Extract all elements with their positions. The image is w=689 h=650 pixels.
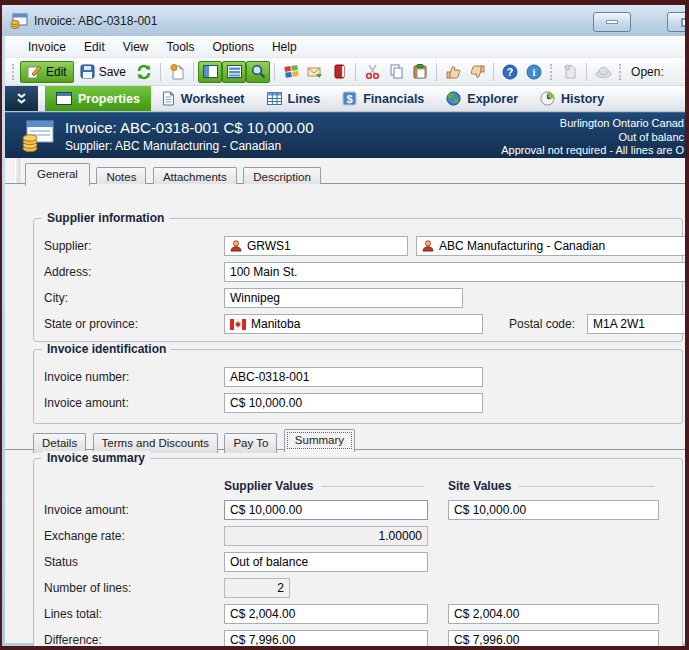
tab-properties[interactable]: Properties [45, 86, 151, 111]
reject-button[interactable] [465, 61, 489, 83]
menu-edit[interactable]: Edit [75, 37, 114, 57]
minimize-icon [606, 20, 618, 24]
cloud-icon [595, 66, 612, 78]
banner-location: Burlington Ontario Canad [560, 117, 684, 129]
tab-pay-to[interactable]: Pay To [224, 433, 277, 453]
paste-button[interactable] [408, 61, 432, 83]
journal-button[interactable] [327, 61, 351, 83]
supplier-name-value: ABC Manufacturing - Canadian [439, 239, 605, 253]
invoice-number-field[interactable]: ABC-0318-001 [224, 367, 483, 387]
approve-button[interactable] [441, 61, 465, 83]
tab-history[interactable]: History [529, 86, 615, 111]
invoice-amount-value: C$ 10,000.00 [230, 396, 302, 410]
exchange-rate-field: 1.00000 [224, 526, 428, 546]
save-button[interactable]: Save [74, 61, 132, 83]
supplier-code-field[interactable]: GRWS1 [224, 236, 408, 256]
menu-tools[interactable]: Tools [158, 37, 204, 57]
row-label: Status [44, 555, 224, 569]
toolbar-grip[interactable] [550, 64, 554, 80]
windows-app-button[interactable] [279, 61, 303, 83]
flag-canada-icon [230, 319, 246, 330]
list-view-icon [227, 65, 242, 78]
menu-invoice[interactable]: Invoice [19, 37, 75, 57]
paste-icon [413, 64, 427, 79]
tab-lines[interactable]: Lines [256, 86, 332, 111]
toolbar-grip[interactable] [619, 64, 623, 80]
edit-button-label: Edit [46, 65, 67, 79]
split-view-button[interactable] [198, 61, 222, 83]
info-button[interactable]: i [522, 61, 546, 83]
window-title: Invoice: ABC-0318-001 [34, 14, 157, 28]
person-icon [422, 240, 434, 252]
magnifier-icon [251, 64, 266, 79]
globe-icon [446, 91, 461, 106]
copy-button[interactable] [384, 61, 408, 83]
dollar-icon: $ [342, 91, 357, 106]
info-icon: i [526, 64, 542, 80]
city-label: City: [44, 291, 224, 305]
tab-financials[interactable]: $ Financials [331, 86, 435, 111]
split-view-icon [203, 65, 218, 78]
properties-icon [56, 92, 72, 105]
lines-total-supplier-field: C$ 2,004.00 [224, 604, 428, 624]
tab-general[interactable]: General [25, 163, 90, 186]
screenshot-frame-right [685, 0, 689, 650]
invoice-banner-icon [20, 119, 56, 153]
new-document-button[interactable] [165, 61, 189, 83]
windows-logo-icon [284, 64, 299, 79]
address-field[interactable]: 100 Main St. [224, 262, 689, 282]
toolbar-grip[interactable] [12, 64, 16, 80]
refresh-button[interactable] [132, 61, 156, 83]
row-label: Number of lines: [44, 581, 224, 595]
thumbs-up-icon [446, 65, 461, 79]
invoice-identification-group: Invoice identification Invoice number: A… [33, 349, 683, 424]
row-label: Invoice amount: [44, 503, 224, 517]
postal-code-value: M1A 2W1 [593, 317, 645, 331]
site-values-header: Site Values [448, 479, 659, 493]
supplier-name-field[interactable]: ABC Manufacturing - Canadian [416, 236, 689, 256]
summary-lines-total-row: Lines total: C$ 2,004.00 C$ 2,004.00 [34, 601, 682, 627]
edit-button[interactable]: Edit [20, 61, 74, 83]
send-button[interactable] [303, 61, 327, 83]
menu-view[interactable]: View [114, 37, 158, 57]
summary-invoice-amount-supplier-field[interactable]: C$ 10,000.00 [224, 500, 428, 520]
invoice-amount-field[interactable]: C$ 10,000.00 [224, 393, 483, 413]
toolbar-separator [160, 63, 161, 81]
number-of-lines-field: 2 [224, 578, 290, 598]
send-icon [307, 65, 323, 79]
status-field: Out of balance [224, 552, 428, 572]
state-field[interactable]: Manitoba [224, 314, 483, 334]
toolbar-separator [586, 63, 587, 81]
menu-help[interactable]: Help [263, 37, 306, 57]
cut-button[interactable] [360, 61, 384, 83]
svg-text:$: $ [347, 93, 353, 105]
titlebar: Invoice: ABC-0318-001 [2, 5, 689, 36]
state-row: State or province: Manitoba [34, 311, 682, 337]
postal-code-field[interactable]: M1A 2W1 [587, 314, 689, 334]
document-area: General Notes Attachments Description Su… [5, 158, 689, 643]
supplier-label: Supplier: [44, 239, 224, 253]
help-button[interactable]: ? [498, 61, 522, 83]
minimize-button[interactable] [593, 12, 631, 32]
report-button-disabled [558, 61, 582, 83]
collapse-panel-button[interactable] [5, 86, 38, 111]
tab-worksheet[interactable]: Worksheet [151, 86, 256, 111]
tab-worksheet-label: Worksheet [181, 92, 245, 106]
tab-details[interactable]: Details [33, 433, 86, 453]
doc-tab-strip: General Notes Attachments Description [25, 163, 689, 184]
menu-options[interactable]: Options [204, 37, 263, 57]
supplier-information-group: Supplier information Supplier: GRWS1 [33, 218, 683, 342]
banner-title: Invoice: ABC-0318-001 C$ 10,000.00 [65, 119, 314, 136]
menu-bar: Invoice Edit View Tools Options Help [5, 36, 689, 58]
save-button-label: Save [99, 65, 126, 79]
tab-explorer[interactable]: Explorer [435, 86, 529, 111]
preview-button[interactable] [246, 61, 270, 83]
toolbar-separator [493, 63, 494, 81]
invoice-number-row: Invoice number: ABC-0318-001 [34, 364, 682, 390]
city-field[interactable]: Winnipeg [224, 288, 463, 308]
window-client: Invoice Edit View Tools Options Help Edi… [5, 36, 689, 643]
list-view-button[interactable] [222, 61, 246, 83]
tab-summary[interactable]: Summary [284, 429, 355, 452]
invoice-number-value: ABC-0318-001 [230, 370, 309, 384]
tab-terms-and-discounts[interactable]: Terms and Discounts [93, 433, 218, 453]
